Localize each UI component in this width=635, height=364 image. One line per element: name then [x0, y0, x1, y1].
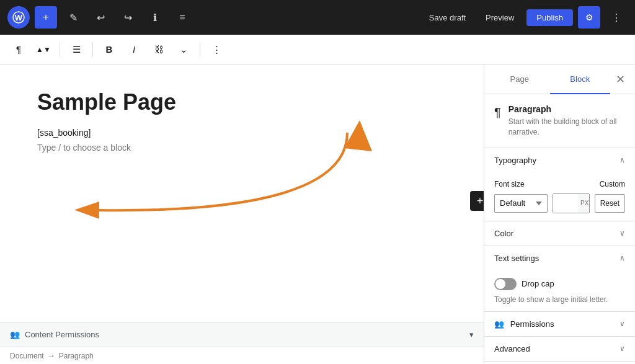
- list-icon: ≡: [179, 12, 185, 23]
- chevron-down-icon: ⌄: [180, 44, 188, 55]
- color-section-header[interactable]: Color ∨: [484, 221, 635, 246]
- advanced-section-header[interactable]: Advanced ∨: [484, 337, 635, 361]
- bold-button[interactable]: B: [98, 38, 120, 61]
- paragraph-block-title: Paragraph: [508, 104, 625, 114]
- advanced-chevron: ∨: [619, 344, 625, 353]
- text-settings-section: Text settings ∧ Drop cap Toggle to show …: [484, 246, 635, 312]
- px-label: PX: [578, 194, 590, 213]
- separator: [200, 42, 200, 57]
- toggle-thumb: [495, 279, 505, 289]
- redo-button[interactable]: ↪: [117, 6, 139, 29]
- permissions-chevron[interactable]: ▾: [469, 330, 474, 339]
- font-size-select[interactable]: Default Small Normal Medium Large Extra …: [494, 194, 548, 213]
- align-button[interactable]: ☰: [65, 38, 87, 61]
- arrows-icon: ▲▼: [36, 45, 51, 54]
- permissions-section: 👥 Permissions ∨: [484, 312, 635, 337]
- align-icon: ☰: [73, 44, 81, 55]
- add-block-editor-button[interactable]: +: [470, 191, 484, 211]
- color-chevron: ∨: [619, 229, 625, 237]
- more-options-icon: ⋮: [212, 44, 221, 55]
- annotation-arrow: [0, 114, 471, 288]
- color-label: Color: [494, 229, 513, 238]
- move-up-down-button[interactable]: ▲▼: [32, 38, 55, 61]
- more-icon: ⋮: [611, 12, 621, 24]
- text-settings-content: Drop cap Toggle to show a large initial …: [484, 270, 635, 311]
- color-section: Color ∨: [484, 221, 635, 246]
- status-document: Document: [10, 352, 44, 360]
- edit-icon: ✎: [69, 12, 78, 24]
- italic-button[interactable]: I: [123, 38, 145, 61]
- typography-label: Typography: [494, 156, 536, 165]
- tab-block[interactable]: Block: [550, 65, 611, 94]
- typography-section: Typography ∧ Font size Custom Default Sm…: [484, 148, 635, 221]
- panel-header: Page Block ✕: [484, 64, 635, 94]
- reset-button[interactable]: Reset: [595, 194, 625, 213]
- svg-text:W: W: [15, 13, 23, 22]
- page-title: Sample Page: [37, 89, 446, 115]
- bold-icon: B: [106, 44, 113, 55]
- permissions-section-icon: 👥: [494, 319, 504, 329]
- status-bar: Document → Paragraph: [0, 347, 484, 364]
- font-size-label-row: Font size Custom: [494, 180, 625, 189]
- preview-button[interactable]: Preview: [478, 9, 522, 26]
- drop-cap-desc: Toggle to show a large initial letter.: [494, 295, 625, 304]
- info-button[interactable]: ℹ: [144, 6, 166, 29]
- block-toolbar: ¶ ▲▼ ☰ B I ⛓ ⌄ ⋮: [0, 35, 635, 64]
- advanced-label: Advanced: [494, 344, 530, 353]
- type-hint: Type / to choose a block: [37, 143, 446, 153]
- text-settings-label: Text settings: [494, 254, 539, 263]
- paragraph-info: ¶ Paragraph Start with the building bloc…: [484, 94, 635, 148]
- shortcode-block: [ssa_booking]: [37, 128, 446, 138]
- separator: [92, 42, 93, 57]
- settings-button[interactable]: ⚙: [578, 6, 600, 29]
- typography-section-header[interactable]: Typography ∧: [484, 148, 635, 172]
- text-settings-chevron: ∧: [619, 254, 625, 262]
- panel-close-button[interactable]: ✕: [610, 69, 630, 89]
- drop-cap-label: Drop cap: [522, 279, 554, 288]
- text-settings-header[interactable]: Text settings ∧: [484, 246, 635, 270]
- settings-icon: ⚙: [585, 12, 593, 22]
- typography-content: Font size Custom Default Small Normal Me…: [484, 172, 635, 221]
- add-block-toolbar-button[interactable]: +: [35, 6, 57, 29]
- edit-button[interactable]: ✎: [62, 6, 84, 29]
- text-chevron-button[interactable]: ⌄: [172, 38, 195, 61]
- permissions-section-header[interactable]: 👥 Permissions ∨: [484, 312, 635, 336]
- block-more-button[interactable]: ⋮: [205, 38, 228, 61]
- save-draft-button[interactable]: Save draft: [422, 9, 473, 26]
- typography-chevron: ∧: [619, 156, 625, 164]
- permissions-bar-left: 👥 Content Permissions: [10, 330, 99, 339]
- link-icon: ⛓: [154, 44, 164, 55]
- undo-icon: ↩: [97, 12, 105, 24]
- permissions-bar: 👥 Content Permissions ▾: [0, 322, 484, 347]
- main-area: Sample Page [ssa_booking] Type / to choo…: [0, 64, 635, 364]
- right-panel: Page Block ✕ ¶ Paragraph Start with the …: [484, 64, 635, 364]
- info-icon: ℹ: [153, 12, 157, 24]
- status-paragraph: Paragraph: [59, 352, 94, 360]
- link-button[interactable]: ⛓: [148, 38, 170, 61]
- font-size-controls: Default Small Normal Medium Large Extra …: [494, 193, 625, 213]
- drop-cap-toggle[interactable]: [494, 278, 517, 290]
- advanced-section: Advanced ∨: [484, 337, 635, 362]
- paragraph-block-desc: Start with the building block of all nar…: [508, 117, 625, 138]
- drop-cap-row: Drop cap: [494, 278, 625, 290]
- custom-label: Custom: [600, 180, 625, 189]
- more-options-button[interactable]: ⋮: [605, 6, 628, 29]
- permissions-section-chevron: ∨: [619, 319, 625, 328]
- publish-button[interactable]: Publish: [526, 9, 573, 26]
- top-toolbar: W + ✎ ↩ ↪ ℹ ≡ Save draft Preview Publish…: [0, 0, 635, 35]
- tab-page[interactable]: Page: [489, 65, 550, 94]
- paragraph-icon: ¶: [16, 44, 21, 55]
- undo-button[interactable]: ↩: [89, 6, 112, 29]
- permissions-icon: 👥: [10, 330, 20, 339]
- px-input-wrap: PX: [553, 193, 590, 213]
- list-view-button[interactable]: ≡: [171, 6, 193, 29]
- paragraph-type-button[interactable]: ¶: [7, 38, 30, 61]
- status-separator: →: [48, 352, 55, 360]
- italic-icon: I: [133, 44, 135, 55]
- paragraph-block-icon: ¶: [494, 105, 501, 120]
- separator: [60, 42, 60, 57]
- wp-logo: W: [7, 6, 30, 29]
- px-input[interactable]: [553, 194, 578, 213]
- editor-area[interactable]: Sample Page [ssa_booking] Type / to choo…: [0, 64, 484, 322]
- permissions-section-label: 👥 Permissions: [494, 319, 554, 329]
